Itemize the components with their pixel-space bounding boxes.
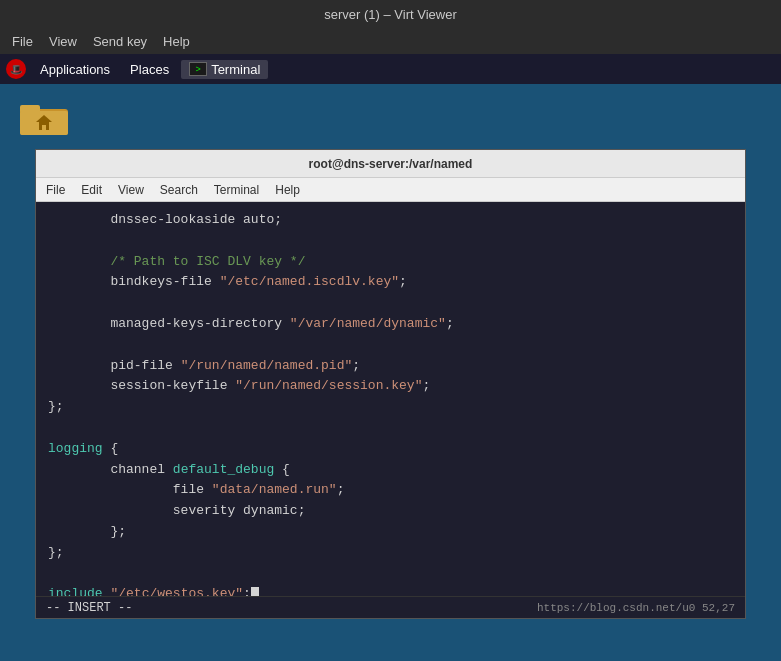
code-line	[48, 418, 733, 439]
cursor-url: https://blog.csdn.net/u0 52,27	[537, 602, 735, 614]
terminal-window-title: root@dns-server:/var/named	[309, 157, 473, 171]
code-line	[48, 564, 733, 585]
outer-menu-file[interactable]: File	[4, 32, 41, 51]
code-line: };	[48, 522, 733, 543]
code-line: dnssec-lookaside auto;	[48, 210, 733, 231]
code-line: logging {	[48, 439, 733, 460]
status-bar: -- INSERT -- https://blog.csdn.net/u0 52…	[36, 596, 745, 618]
code-line: bindkeys-file "/etc/named.iscdlv.key";	[48, 272, 733, 293]
code-area[interactable]: dnssec-lookaside auto; /* Path to ISC DL…	[36, 202, 745, 596]
outer-menu-sendkey[interactable]: Send key	[85, 32, 155, 51]
redhat-icon: 🎩	[6, 59, 26, 79]
code-line: };	[48, 397, 733, 418]
code-line: include "/etc/westos.key";	[48, 584, 733, 596]
outer-menu-bar: File View Send key Help	[0, 28, 781, 54]
outer-menu-view[interactable]: View	[41, 32, 85, 51]
code-line: file "data/named.run";	[48, 480, 733, 501]
places-menu[interactable]: Places	[122, 59, 177, 80]
term-menu-file[interactable]: File	[40, 181, 71, 199]
code-line: severity dynamic;	[48, 501, 733, 522]
terminal-label: Terminal	[211, 62, 260, 77]
gnome-panel: 🎩 Applications Places Terminal	[0, 54, 781, 84]
window-title-bar: server (1) – Virt Viewer	[0, 0, 781, 28]
term-menu-edit[interactable]: Edit	[75, 181, 108, 199]
code-line: pid-file "/run/named/named.pid";	[48, 356, 733, 377]
svg-text:🎩: 🎩	[10, 63, 23, 76]
code-line: };	[48, 543, 733, 564]
home-folder-icon[interactable]	[20, 97, 68, 137]
window-title: server (1) – Virt Viewer	[324, 7, 456, 22]
code-line: channel default_debug {	[48, 460, 733, 481]
code-line	[48, 293, 733, 314]
svg-rect-7	[42, 125, 46, 130]
term-menu-search[interactable]: Search	[154, 181, 204, 199]
code-line	[48, 335, 733, 356]
terminal-menu-item[interactable]: Terminal	[181, 60, 268, 79]
code-line: session-keyfile "/run/named/session.key"…	[48, 376, 733, 397]
desktop	[0, 84, 781, 149]
term-menu-view[interactable]: View	[112, 181, 150, 199]
code-line: managed-keys-directory "/var/named/dynam…	[48, 314, 733, 335]
term-menu-terminal[interactable]: Terminal	[208, 181, 265, 199]
code-line	[48, 231, 733, 252]
terminal-icon	[189, 62, 207, 76]
outer-menu-help[interactable]: Help	[155, 32, 198, 51]
text-cursor	[251, 587, 259, 596]
terminal-title-bar: root@dns-server:/var/named	[36, 150, 745, 178]
insert-mode-label: -- INSERT --	[46, 601, 132, 615]
terminal-window: root@dns-server:/var/named File Edit Vie…	[35, 149, 746, 619]
term-menu-help[interactable]: Help	[269, 181, 306, 199]
applications-menu[interactable]: Applications	[32, 59, 118, 80]
code-line: /* Path to ISC DLV key */	[48, 252, 733, 273]
terminal-menu-bar: File Edit View Search Terminal Help	[36, 178, 745, 202]
